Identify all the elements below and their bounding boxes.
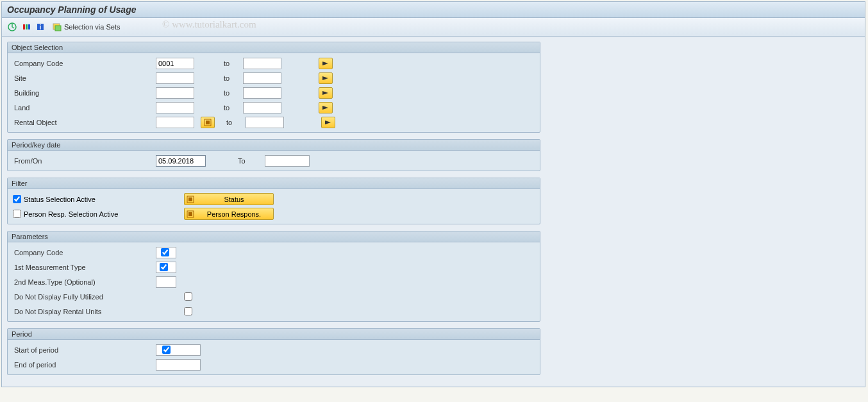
label-start-of-period: Start of period: [12, 346, 156, 354]
person-button-label: Person Respons.: [196, 210, 272, 218]
company-code-to-input[interactable]: [243, 58, 281, 69]
param-no-full-check[interactable]: [184, 292, 192, 301]
param-company-code-check[interactable]: [161, 248, 169, 256]
label-building: Building: [12, 89, 156, 97]
label-to-date: To: [238, 157, 265, 165]
multi-select-rental-object[interactable]: [321, 117, 335, 128]
group-title-filter: Filter: [8, 178, 540, 189]
person-respons-button[interactable]: Person Respons.: [184, 208, 274, 220]
label-param-no-rental: Do Not Display Rental Units: [12, 308, 156, 315]
group-filter: Filter Status Selection Active Status: [7, 178, 540, 224]
row-site: Site to: [12, 71, 536, 85]
group-title-object-selection: Object Selection: [8, 42, 540, 53]
label-status-selection: Status Selection Active: [24, 196, 96, 203]
multi-select-building[interactable]: [319, 87, 333, 99]
land-to-input[interactable]: [243, 102, 281, 113]
status-button[interactable]: Status: [184, 193, 274, 205]
to-label: to: [219, 119, 246, 126]
company-code-from-input[interactable]: [156, 58, 194, 69]
group-period-key-date: Period/key date From/On To: [7, 139, 540, 171]
label-param-company-code: Company Code: [12, 249, 156, 256]
row-param-meas2: 2nd Meas.Type (Optional): [12, 274, 536, 289]
watermark-text: © www.tutorialkart.com: [162, 19, 256, 30]
group-title-period-key-date: Period/key date: [8, 140, 540, 151]
row-param-company-code: Company Code: [12, 245, 536, 260]
selection-via-sets-button[interactable]: Selection via Sets: [48, 21, 124, 33]
from-on-input[interactable]: [156, 155, 206, 167]
row-from-on: From/On To: [12, 153, 536, 168]
svg-rect-2: [26, 24, 28, 29]
rental-object-helper[interactable]: [201, 117, 215, 128]
rental-object-from-input[interactable]: [156, 117, 194, 128]
site-to-input[interactable]: [243, 72, 281, 84]
param-meas2-input[interactable]: [156, 276, 176, 288]
to-date-input[interactable]: [265, 155, 310, 167]
row-param-no-full: Do Not Display Fully Utilized: [12, 289, 536, 304]
row-building: Building to: [12, 85, 536, 100]
label-rental-object: Rental Object: [12, 119, 156, 126]
row-param-meas1: 1st Measurement Type: [12, 260, 536, 274]
toolbar: i Selection via Sets © www.tutorialkart.…: [2, 18, 865, 37]
label-company-code: Company Code: [12, 60, 156, 67]
to-label: to: [216, 89, 243, 97]
row-param-no-rental: Do Not Display Rental Units: [12, 304, 536, 319]
content-area: Object Selection Company Code to Site: [2, 37, 865, 387]
app-frame: Occupancy Planning of Usage i Selection …: [1, 1, 865, 387]
label-land: Land: [12, 104, 156, 112]
svg-rect-1: [23, 24, 25, 29]
row-start-of-period: Start of period: [12, 342, 536, 357]
info-icon[interactable]: i: [34, 21, 47, 33]
building-to-input[interactable]: [243, 87, 281, 99]
multi-select-company-code[interactable]: [319, 58, 333, 69]
svg-rect-3: [28, 24, 30, 29]
group-parameters: Parameters Company Code 1st Measurement …: [7, 231, 540, 322]
page-title: Occupancy Planning of Usage: [7, 4, 137, 15]
start-of-period-check[interactable]: [162, 346, 171, 354]
param-no-rental-check[interactable]: [184, 307, 192, 315]
row-end-of-period: End of period: [12, 357, 536, 372]
row-status-selection: Status Selection Active Status: [12, 192, 536, 206]
row-rental-object: Rental Object to: [12, 115, 536, 130]
status-button-label: Status: [196, 196, 272, 203]
multi-select-site[interactable]: [319, 72, 333, 84]
end-of-period-input[interactable]: [156, 359, 201, 371]
svg-text:i: i: [40, 24, 42, 31]
row-company-code: Company Code to: [12, 56, 536, 71]
svg-rect-13: [188, 212, 192, 216]
svg-rect-7: [55, 26, 61, 31]
row-land: Land to: [12, 100, 536, 115]
site-from-input[interactable]: [156, 72, 194, 84]
group-title-parameters: Parameters: [8, 231, 540, 242]
label-end-of-period: End of period: [12, 361, 156, 369]
row-person-selection: Person Resp. Selection Active Person Res…: [12, 206, 536, 221]
rental-object-to-input[interactable]: [246, 117, 284, 128]
param-meas1-check[interactable]: [160, 263, 168, 271]
page-title-bar: Occupancy Planning of Usage: [2, 2, 865, 18]
multi-select-land[interactable]: [319, 102, 333, 113]
label-person-selection: Person Resp. Selection Active: [24, 210, 118, 218]
to-label: to: [216, 74, 243, 82]
to-label: to: [216, 104, 243, 112]
group-object-selection: Object Selection Company Code to Site: [7, 42, 540, 133]
land-from-input[interactable]: [156, 102, 194, 113]
svg-rect-9: [206, 121, 210, 124]
label-from-on: From/On: [12, 157, 156, 165]
group-period: Period Start of period End of period: [7, 328, 540, 375]
group-title-period: Period: [8, 329, 540, 340]
label-param-no-full: Do Not Display Fully Utilized: [12, 293, 156, 301]
execute-icon[interactable]: [6, 21, 19, 33]
person-selection-checkbox[interactable]: [13, 210, 21, 218]
building-from-input[interactable]: [156, 87, 194, 99]
label-param-meas1: 1st Measurement Type: [12, 264, 156, 271]
to-label: to: [216, 60, 243, 67]
variants-icon[interactable]: [20, 21, 33, 33]
selection-via-sets-label: Selection via Sets: [64, 23, 120, 31]
label-param-meas2: 2nd Meas.Type (Optional): [12, 278, 156, 286]
label-site: Site: [12, 74, 156, 82]
svg-rect-11: [188, 197, 192, 201]
status-selection-checkbox[interactable]: [13, 195, 21, 203]
